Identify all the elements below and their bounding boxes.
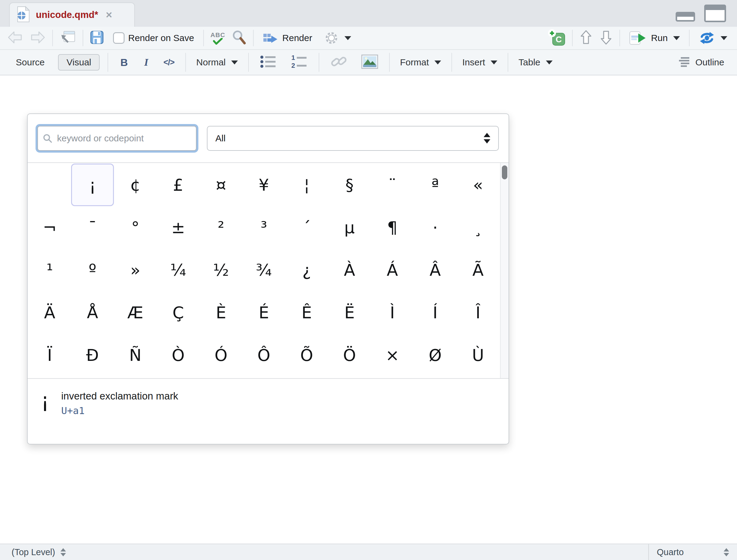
char-cell[interactable] [28, 164, 71, 206]
char-cell[interactable]: × [371, 334, 414, 376]
char-cell[interactable]: Í [414, 291, 456, 334]
char-cell[interactable]: ´ [285, 206, 328, 249]
char-cell[interactable]: ª [414, 164, 456, 206]
char-cell[interactable]: £ [157, 164, 200, 206]
char-cell[interactable]: Æ [114, 291, 157, 334]
minimize-icon[interactable] [676, 12, 695, 22]
char-cell[interactable]: · [414, 206, 456, 249]
unicode-search-box[interactable] [37, 126, 197, 151]
scope-selector[interactable]: (Top Level) [0, 547, 66, 557]
insert-menu[interactable]: Insert [460, 55, 500, 69]
maximize-icon[interactable] [704, 5, 726, 22]
char-cell[interactable]: ¨ [371, 164, 414, 206]
image-button[interactable] [358, 54, 381, 70]
char-cell[interactable]: ¢ [114, 164, 157, 206]
char-cell[interactable]: » [114, 249, 157, 291]
file-type-selector[interactable]: Quarto [648, 544, 737, 560]
open-in-window-button[interactable] [60, 30, 76, 46]
save-button[interactable] [90, 30, 104, 46]
toolbar-right-group: C [548, 29, 730, 47]
format-menu-label: Format [400, 57, 429, 67]
close-icon[interactable]: ✕ [105, 10, 112, 20]
run-button[interactable]: Run [627, 29, 682, 47]
char-cell[interactable]: Ù [456, 334, 499, 376]
grid-scrollbar[interactable] [500, 163, 508, 378]
char-cell[interactable]: ¸ [456, 206, 499, 249]
back-button[interactable] [7, 30, 23, 46]
paragraph-style-dropdown[interactable]: Normal [194, 55, 240, 69]
char-cell[interactable]: ³ [243, 206, 285, 249]
char-cell[interactable]: Ã [456, 249, 499, 291]
char-cell[interactable]: Ø [414, 334, 456, 376]
char-cell[interactable]: ¯ [71, 206, 114, 249]
forward-button[interactable] [30, 30, 46, 46]
char-cell[interactable]: Î [456, 291, 499, 334]
italic-button[interactable]: I [140, 57, 153, 68]
unicode-block-select[interactable]: All [207, 126, 499, 151]
char-cell[interactable]: ¡ [71, 164, 114, 206]
link-button[interactable] [327, 54, 350, 70]
character-preview: ¡ inverted exclamation mark U+a1 [28, 379, 508, 417]
rerun-button[interactable] [696, 29, 730, 47]
char-cell[interactable]: Ó [200, 334, 243, 376]
char-cell[interactable]: ² [200, 206, 243, 249]
char-cell[interactable]: Ô [243, 334, 285, 376]
run-next-chunk-button[interactable] [599, 29, 613, 47]
char-cell[interactable]: ¤ [200, 164, 243, 206]
outline-toggle[interactable]: Outline [676, 55, 727, 70]
render-on-save-checkbox[interactable] [113, 32, 125, 44]
visual-mode-button[interactable]: Visual [58, 54, 100, 71]
insert-chunk-button[interactable]: C [548, 29, 565, 47]
bullet-list-button[interactable] [257, 54, 280, 70]
char-cell[interactable]: ¼ [157, 249, 200, 291]
char-cell[interactable]: Ò [157, 334, 200, 376]
bold-button[interactable]: B [116, 57, 132, 68]
table-menu[interactable]: Table [516, 55, 555, 69]
char-cell[interactable]: Å [71, 291, 114, 334]
char-cell[interactable]: ¦ [285, 164, 328, 206]
char-cell[interactable]: Ë [328, 291, 371, 334]
char-cell[interactable]: Ñ [114, 334, 157, 376]
render-on-save-toggle[interactable]: Render on Save [111, 30, 197, 46]
char-cell[interactable]: º [71, 249, 114, 291]
unicode-search-input[interactable] [57, 133, 191, 144]
char-cell[interactable]: µ [328, 206, 371, 249]
char-cell[interactable]: § [328, 164, 371, 206]
char-cell[interactable]: ¹ [28, 249, 71, 291]
source-mode-button[interactable]: Source [10, 55, 50, 70]
char-cell[interactable]: Á [371, 249, 414, 291]
code-button[interactable]: </> [160, 58, 177, 67]
tab-unicode-qmd[interactable]: unicode.qmd* ✕ [9, 2, 135, 27]
char-cell[interactable]: Ï [28, 334, 71, 376]
char-cell[interactable]: À [328, 249, 371, 291]
char-cell[interactable]: « [456, 164, 499, 206]
char-cell[interactable]: Ê [285, 291, 328, 334]
editor-canvas[interactable]: All ¡¢£¤¥¦§¨ª«¬¯°±²³´µ¶·¸¹º»¼½¾¿ÀÁÂÃÄÅÆÇ… [0, 75, 737, 544]
spellcheck-button[interactable]: ABC [211, 32, 226, 45]
char-cell[interactable]: Ì [371, 291, 414, 334]
char-cell[interactable]: Ä [28, 291, 71, 334]
char-cell[interactable]: ± [157, 206, 200, 249]
numbered-list-button[interactable]: 1 2 [288, 54, 311, 70]
render-settings-button[interactable] [322, 29, 354, 47]
char-cell[interactable]: ¥ [243, 164, 285, 206]
char-cell[interactable]: ¾ [243, 249, 285, 291]
char-cell[interactable]: ¿ [285, 249, 328, 291]
char-cell[interactable]: Ö [328, 334, 371, 376]
char-cell[interactable]: ½ [200, 249, 243, 291]
char-cell[interactable]: Ç [157, 291, 200, 334]
char-cell[interactable]: ° [114, 206, 157, 249]
chevron-down-icon [345, 36, 351, 40]
render-button[interactable]: Render [260, 29, 315, 47]
run-previous-chunks-button[interactable] [579, 29, 593, 47]
char-cell[interactable]: ¶ [371, 206, 414, 249]
format-menu[interactable]: Format [398, 55, 443, 69]
char-cell[interactable]: Ð [71, 334, 114, 376]
char-cell[interactable]: È [200, 291, 243, 334]
char-cell[interactable]: ¬ [28, 206, 71, 249]
search-document-button[interactable] [232, 30, 246, 46]
char-cell[interactable]: Õ [285, 334, 328, 376]
char-cell[interactable]: É [243, 291, 285, 334]
grid-scrollbar-thumb[interactable] [502, 165, 507, 179]
char-cell[interactable]: Â [414, 249, 456, 291]
